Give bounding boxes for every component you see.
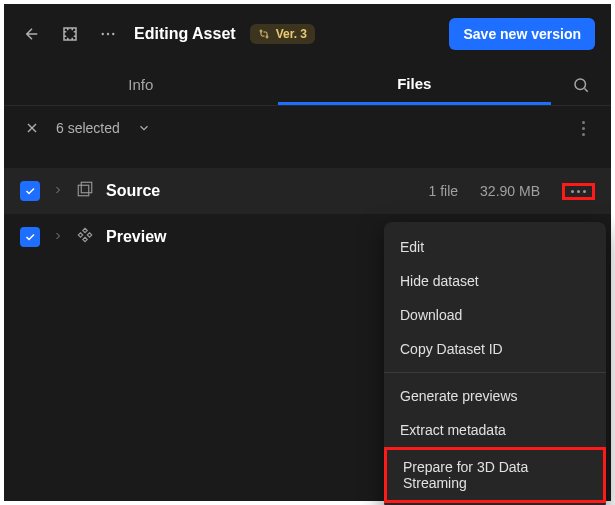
dataset-row-source[interactable]: Source 1 file 32.90 MB bbox=[4, 168, 611, 214]
menu-edit[interactable]: Edit bbox=[384, 230, 606, 264]
row-size-source: 32.90 MB bbox=[480, 183, 540, 199]
svg-point-3 bbox=[112, 33, 114, 35]
row-label-source: Source bbox=[106, 182, 160, 200]
svg-point-6 bbox=[575, 79, 586, 90]
save-new-version-button[interactable]: Save new version bbox=[449, 18, 595, 50]
menu-hide-dataset[interactable]: Hide dataset bbox=[384, 264, 606, 298]
svg-point-5 bbox=[266, 36, 268, 38]
tab-info[interactable]: Info bbox=[4, 64, 278, 105]
expand-preview[interactable] bbox=[52, 228, 64, 246]
fullscreen-icon[interactable] bbox=[58, 22, 82, 46]
menu-copy-dataset-id[interactable]: Copy Dataset ID bbox=[384, 332, 606, 366]
version-badge[interactable]: Ver. 3 bbox=[250, 24, 315, 44]
clear-selection-button[interactable] bbox=[20, 116, 44, 140]
menu-generate-previews[interactable]: Generate previews bbox=[384, 379, 606, 413]
expand-source[interactable] bbox=[52, 182, 64, 200]
tab-search[interactable] bbox=[551, 64, 611, 105]
preview-dataset-icon bbox=[76, 226, 94, 248]
svg-rect-0 bbox=[64, 28, 76, 40]
svg-point-1 bbox=[102, 33, 104, 35]
svg-rect-8 bbox=[81, 182, 92, 193]
checkbox-source[interactable] bbox=[20, 181, 40, 201]
svg-point-2 bbox=[107, 33, 109, 35]
page-title: Editing Asset bbox=[134, 25, 236, 43]
svg-rect-7 bbox=[78, 185, 89, 196]
context-menu: Edit Hide dataset Download Copy Dataset … bbox=[384, 222, 606, 505]
menu-extract-metadata[interactable]: Extract metadata bbox=[384, 413, 606, 447]
selection-more-button[interactable] bbox=[571, 121, 595, 136]
checkbox-preview[interactable] bbox=[20, 227, 40, 247]
version-label: Ver. 3 bbox=[276, 27, 307, 41]
more-icon[interactable] bbox=[96, 22, 120, 46]
back-button[interactable] bbox=[20, 22, 44, 46]
menu-divider bbox=[384, 372, 606, 373]
menu-download[interactable]: Download bbox=[384, 298, 606, 332]
row-more-button-source[interactable] bbox=[562, 183, 595, 200]
source-dataset-icon bbox=[76, 180, 94, 202]
menu-prepare-3d-streaming[interactable]: Prepare for 3D Data Streaming bbox=[384, 447, 606, 503]
selection-dropdown[interactable] bbox=[132, 116, 156, 140]
svg-point-4 bbox=[260, 30, 262, 32]
tab-files[interactable]: Files bbox=[278, 64, 552, 105]
row-label-preview: Preview bbox=[106, 228, 166, 246]
row-filecount-source: 1 file bbox=[428, 183, 458, 199]
selection-count: 6 selected bbox=[56, 120, 120, 136]
